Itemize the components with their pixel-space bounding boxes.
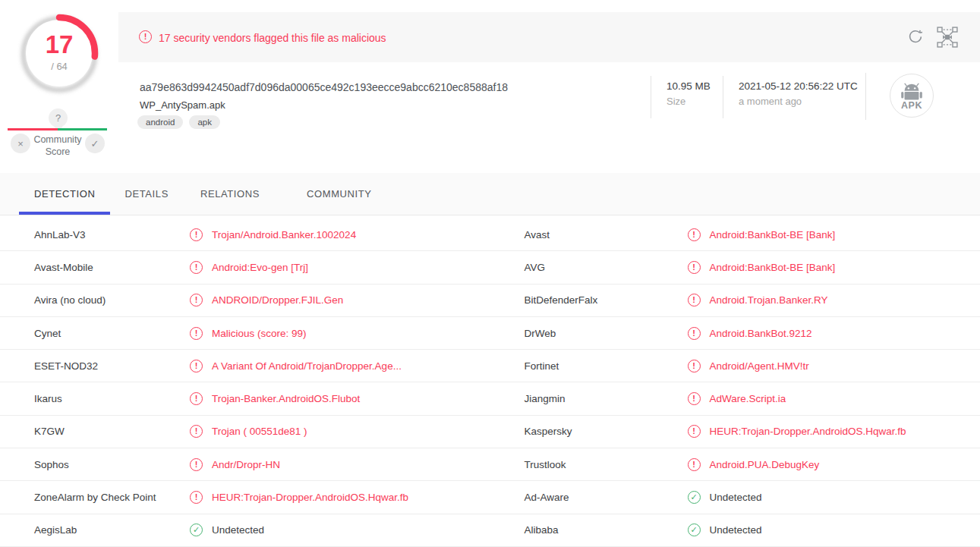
analysis-date: 2021-05-12 20:56:22 UTC	[739, 80, 858, 92]
engine-result: ! HEUR:Trojan-Dropper.AndroidOS.Hqwar.fb	[688, 425, 906, 438]
active-tab-underline	[19, 212, 110, 215]
alert-circle-icon: !	[688, 425, 701, 438]
table-row: Sophos ! Andr/Dropr-HN Trustlook ! Andro…	[0, 448, 980, 481]
result-text: Undetected	[710, 524, 762, 536]
alert-circle-icon: !	[688, 228, 701, 241]
result-text: Trojan ( 00551de81 )	[212, 426, 307, 437]
engine-result: ! Malicious (score: 99)	[190, 327, 307, 340]
score-card: 17 / 64 ? × ✓ Community Score	[0, 0, 118, 163]
result-text: Android/Agent.HMV!tr	[710, 360, 809, 372]
tab-relations[interactable]: RELATIONS	[200, 188, 260, 200]
negative-votes-bar	[8, 128, 58, 130]
alert-circle-icon: !	[190, 392, 203, 405]
engine-result: ! HEUR:Trojan-Dropper.AndroidOS.Hqwar.fb	[190, 491, 408, 504]
file-size-value: 10.95 MB	[666, 80, 711, 92]
tab-details[interactable]: DETAILS	[125, 188, 169, 200]
table-cell: AVG ! Android:BankBot-BE [Bank]	[490, 251, 980, 283]
engine-result: ! Andr/Dropr-HN	[190, 458, 280, 471]
alert-circle-icon: !	[688, 327, 701, 340]
result-text: Android.PUA.DebugKey	[710, 459, 820, 470]
engine-result: ! Trojan-Banker.AndroidOS.Flubot	[190, 392, 360, 405]
engine-name: Avast	[525, 229, 688, 240]
table-cell: Ad-Aware ✓ Undetected	[490, 481, 980, 513]
check-circle-icon: ✓	[688, 491, 701, 504]
result-text: Android:BankBot-BE [Bank]	[710, 229, 836, 240]
engine-name: AVG	[525, 262, 688, 273]
engine-result: ! AdWare.Script.ia	[688, 392, 786, 405]
tag-apk[interactable]: apk	[189, 115, 220, 129]
community-score-label: Community Score	[26, 134, 90, 158]
alert-circle-icon: !	[190, 491, 203, 504]
alert-circle-icon: !	[190, 327, 203, 340]
result-text: Malicious (score: 99)	[212, 328, 307, 339]
result-text: HEUR:Trojan-Dropper.AndroidOS.Hqwar.fb	[710, 426, 906, 437]
detection-gauge	[14, 8, 105, 99]
engine-name: Cynet	[34, 328, 190, 339]
engine-result: ! Android:Evo-gen [Trj]	[190, 261, 308, 274]
table-cell: ESET-NOD32 ! A Variant Of Android/Trojan…	[0, 350, 490, 382]
result-text: Android.BankBot.9212	[710, 328, 812, 339]
alert-circle-icon: !	[190, 261, 203, 274]
engine-name: Fortinet	[525, 360, 688, 372]
table-row: Avira (no cloud) ! ANDROID/Dropper.FJIL.…	[0, 285, 980, 317]
malicious-banner: ! 17 security vendors flagged this file …	[118, 12, 980, 62]
result-text: Trojan-Banker.AndroidOS.Flubot	[212, 393, 360, 404]
tag-android[interactable]: android	[137, 115, 183, 129]
file-hash: aa79e863d9942450adf7d096da00065ce492c193…	[140, 81, 508, 93]
alert-circle-icon: !	[190, 228, 203, 241]
file-info: aa79e863d9942450adf7d096da00065ce492c193…	[118, 62, 980, 159]
engine-name: ESET-NOD32	[34, 360, 190, 372]
community-score-bar	[8, 128, 107, 130]
engine-name: Avira (no cloud)	[34, 294, 190, 306]
table-row: Ikarus ! Trojan-Banker.AndroidOS.Flubot …	[0, 382, 980, 415]
table-row: K7GW ! Trojan ( 00551de81 ) Kaspersky ! …	[0, 416, 980, 448]
engine-name: AhnLab-V3	[34, 229, 190, 240]
detection-table: AhnLab-V3 ! Trojan/Android.Banker.100202…	[0, 218, 980, 547]
table-cell: Jiangmin ! AdWare.Script.ia	[490, 382, 980, 414]
reanalyze-icon[interactable]	[906, 28, 925, 46]
table-row: Avast-Mobile ! Android:Evo-gen [Trj] AVG…	[0, 251, 980, 284]
alert-circle-icon: !	[688, 392, 701, 405]
table-cell: Kaspersky ! HEUR:Trojan-Dropper.AndroidO…	[490, 416, 980, 448]
engine-name: Sophos	[34, 459, 190, 470]
alert-circle-icon: !	[190, 458, 203, 471]
engine-result: ! Android:BankBot-BE [Bank]	[688, 228, 836, 241]
check-circle-icon: ✓	[190, 523, 203, 536]
table-cell: Avira (no cloud) ! ANDROID/Dropper.FJIL.…	[0, 285, 490, 316]
engine-result: ! Android.Trojan.Banker.RY	[688, 294, 828, 307]
community-score-marker[interactable]: ?	[49, 108, 68, 127]
result-text: AdWare.Script.ia	[710, 393, 786, 404]
alert-circle-icon: !	[688, 294, 701, 307]
result-text: ANDROID/Dropper.FJIL.Gen	[212, 294, 343, 306]
similarity-expand-icon[interactable]	[937, 27, 958, 48]
positive-votes-bar	[58, 128, 107, 130]
table-cell: Avast ! Android:BankBot-BE [Bank]	[490, 218, 980, 250]
table-cell: BitDefenderFalx ! Android.Trojan.Banker.…	[490, 285, 980, 316]
engine-name: Ad-Aware	[525, 492, 688, 503]
engine-result: ! Android.BankBot.9212	[688, 327, 812, 340]
file-header: ! 17 security vendors flagged this file …	[118, 12, 980, 159]
engine-name: AegisLab	[34, 524, 190, 536]
table-cell: AegisLab ✓ Undetected	[0, 514, 490, 546]
engine-name: BitDefenderFalx	[525, 294, 688, 306]
question-mark-icon: ?	[55, 112, 61, 124]
table-row: Cynet ! Malicious (score: 99) DrWeb ! An…	[0, 317, 980, 350]
table-cell: Sophos ! Andr/Dropr-HN	[0, 448, 490, 480]
table-cell: Ikarus ! Trojan-Banker.AndroidOS.Flubot	[0, 382, 490, 414]
report-tabs: DETECTION DETAILS RELATIONS COMMUNITY	[0, 173, 980, 215]
engine-name: K7GW	[34, 426, 190, 437]
tab-detection[interactable]: DETECTION	[34, 188, 96, 200]
engine-result: ! Android/Agent.HMV!tr	[688, 360, 809, 373]
alert-circle-icon: !	[688, 261, 701, 274]
table-row: ESET-NOD32 ! A Variant Of Android/Trojan…	[0, 350, 980, 382]
engine-name: DrWeb	[525, 328, 688, 339]
table-cell: DrWeb ! Android.BankBot.9212	[490, 317, 980, 349]
file-tags: android apk	[137, 115, 220, 129]
divider	[865, 73, 866, 120]
engine-name: Ikarus	[34, 393, 190, 404]
tab-community[interactable]: COMMUNITY	[307, 188, 372, 200]
alert-circle-icon: !	[139, 30, 152, 43]
table-cell: ZoneAlarm by Check Point ! HEUR:Trojan-D…	[0, 481, 490, 513]
result-text: Android:Evo-gen [Trj]	[212, 262, 308, 273]
engine-result: ✓ Undetected	[688, 491, 762, 504]
